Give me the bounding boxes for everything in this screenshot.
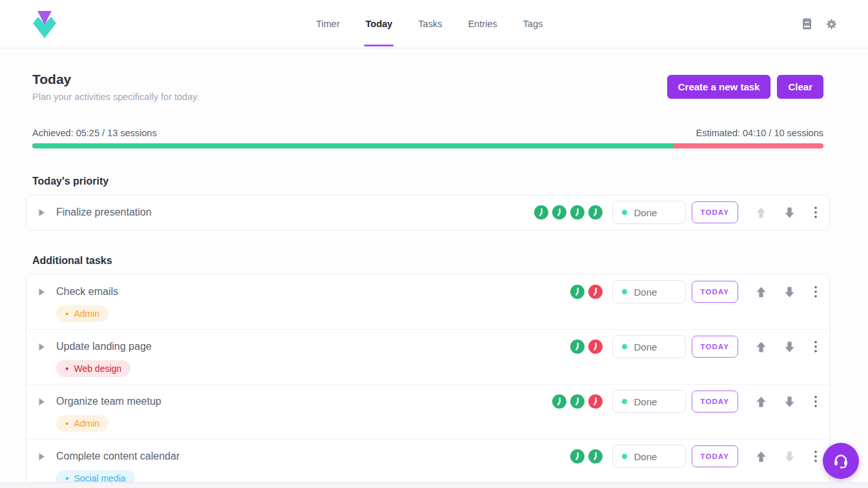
tag-label: Web design: [74, 363, 121, 374]
status-dot-icon: [622, 344, 627, 349]
status-dot-icon: [622, 454, 627, 459]
daily-progress: Achieved: 05:25 / 13 sessions Estimated:…: [32, 128, 823, 148]
more-options-icon[interactable]: [812, 451, 819, 462]
pomodoro-clock-icon: [570, 394, 584, 409]
move-down-button[interactable]: [784, 396, 795, 408]
status-dot-icon: [622, 289, 627, 294]
pomodoro-clocks: [534, 205, 603, 219]
task-title[interactable]: Update landing page: [56, 335, 152, 358]
expand-arrow-icon[interactable]: [37, 201, 45, 224]
move-down-button[interactable]: [784, 207, 795, 219]
status-label: Done: [634, 287, 657, 298]
nav-item-tasks[interactable]: Tasks: [418, 0, 442, 48]
task-title[interactable]: Complete content calendar: [56, 445, 180, 468]
task-row: Complete content calendar ● Social media…: [26, 439, 829, 488]
task-row: Organize team meetup ● Admin Done TODAY: [26, 384, 829, 439]
more-options-icon[interactable]: [812, 286, 819, 298]
more-options-icon[interactable]: [812, 341, 819, 352]
logo-icon: [31, 9, 58, 39]
today-button[interactable]: TODAY: [692, 201, 739, 223]
task-title[interactable]: Check emails: [56, 280, 118, 303]
pomodoro-clock-icon: [552, 205, 566, 219]
achieved-label: Achieved: 05:25 / 13 sessions: [32, 128, 157, 138]
move-down-button[interactable]: [784, 341, 795, 353]
pomodoro-clock-icon: [588, 394, 603, 409]
status-dot-icon: [622, 399, 627, 404]
move-up-button[interactable]: [756, 396, 767, 408]
move-down-button[interactable]: [784, 286, 795, 298]
status-label: Done: [634, 341, 657, 352]
today-button[interactable]: TODAY: [692, 336, 739, 358]
pomodoro-clock-icon: [552, 394, 566, 409]
pomodoro-clocks: [570, 340, 603, 354]
journal-icon[interactable]: [802, 18, 812, 30]
expand-arrow-icon[interactable]: [37, 390, 45, 413]
status-label: Done: [634, 396, 657, 407]
pomodoro-clock-icon: [534, 205, 548, 219]
additional-tasks-card: Check emails ● Admin Done TODAY: [26, 274, 830, 488]
today-button[interactable]: TODAY: [692, 391, 739, 412]
tag-dot-icon: ●: [65, 421, 68, 427]
nav-item-timer[interactable]: Timer: [316, 0, 340, 48]
pomodoro-clock-icon: [570, 340, 584, 354]
pomodoro-clock-icon: [588, 285, 603, 299]
tag-dot-icon: ●: [65, 476, 68, 482]
pomodoro-clock-icon: [570, 449, 584, 463]
today-button[interactable]: TODAY: [692, 281, 739, 303]
top-navigation-bar: Timer Today Tasks Entries Tags: [0, 0, 868, 48]
priority-task-card: Finalize presentation Done TODAY: [26, 195, 830, 230]
support-button[interactable]: [823, 443, 859, 479]
section-title-priority: Today's priority: [32, 176, 823, 187]
tag-label: Admin: [74, 418, 99, 429]
nav-item-tags[interactable]: Tags: [523, 0, 543, 48]
page-subtitle: Plan your activities specifically for to…: [32, 92, 199, 102]
status-label: Done: [634, 451, 657, 462]
move-up-button[interactable]: [756, 451, 767, 463]
status-select[interactable]: Done: [612, 390, 686, 413]
bottom-divider: [0, 482, 868, 488]
expand-arrow-icon[interactable]: [37, 445, 45, 468]
gear-icon[interactable]: [826, 19, 837, 30]
task-row: Check emails ● Admin Done TODAY: [26, 275, 829, 329]
pomodoro-clock-icon: [588, 340, 603, 354]
more-options-icon[interactable]: [812, 207, 819, 218]
tag-label: Admin: [74, 309, 99, 319]
task-row: Finalize presentation Done TODAY: [26, 196, 829, 230]
status-select[interactable]: Done: [612, 335, 686, 358]
status-dot-icon: [622, 210, 627, 215]
tag-pill[interactable]: ● Admin: [56, 415, 108, 432]
create-task-button[interactable]: Create a new task: [667, 75, 771, 99]
tag-dot-icon: ●: [65, 366, 68, 372]
expand-arrow-icon[interactable]: [37, 280, 45, 303]
progress-bar: [32, 143, 823, 148]
status-select[interactable]: Done: [612, 445, 686, 468]
clear-button[interactable]: Clear: [777, 75, 823, 99]
today-button[interactable]: TODAY: [692, 445, 739, 467]
task-title[interactable]: Finalize presentation: [56, 201, 152, 224]
nav-item-entries[interactable]: Entries: [468, 0, 497, 48]
expand-arrow-icon[interactable]: [37, 335, 45, 358]
pomodoro-clock-icon: [570, 205, 584, 219]
pomodoro-clocks: [570, 449, 603, 463]
section-title-additional: Additional tasks: [32, 255, 823, 267]
app-logo[interactable]: [31, 8, 59, 39]
pomodoro-clock-icon: [570, 285, 584, 299]
tag-pill[interactable]: ● Web design: [56, 360, 130, 377]
pomodoro-clock-icon: [588, 205, 603, 219]
status-select[interactable]: Done: [612, 280, 686, 303]
nav-item-today[interactable]: Today: [366, 0, 393, 48]
page-title: Today: [32, 72, 199, 87]
main-nav: Timer Today Tasks Entries Tags: [316, 0, 542, 48]
task-title[interactable]: Organize team meetup: [56, 390, 161, 413]
move-down-button: [784, 451, 795, 463]
move-up-button[interactable]: [756, 341, 767, 353]
pomodoro-clock-icon: [588, 449, 603, 463]
status-select[interactable]: Done: [612, 201, 686, 224]
tag-dot-icon: ●: [65, 311, 68, 317]
pomodoro-clocks: [570, 285, 603, 299]
tag-pill[interactable]: ● Admin: [56, 305, 108, 322]
move-up-button[interactable]: [756, 286, 767, 298]
status-label: Done: [634, 207, 657, 218]
move-up-button: [756, 207, 767, 219]
more-options-icon[interactable]: [812, 396, 819, 407]
